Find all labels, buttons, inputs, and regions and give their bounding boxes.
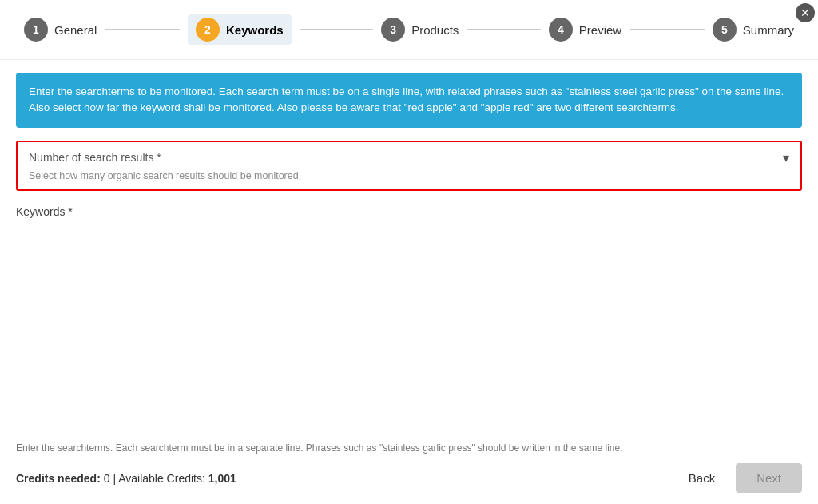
main-content: Number of search results * ▾ Select how … <box>0 141 818 393</box>
step-connector-2 <box>300 29 373 30</box>
dropdown-arrow-icon: ▾ <box>783 150 789 165</box>
search-results-dropdown[interactable]: Number of search results * ▾ Select how … <box>16 141 802 191</box>
step-5-circle: 5 <box>713 18 737 42</box>
step-3-circle: 3 <box>381 18 405 42</box>
available-credits-value: 1,001 <box>208 472 236 485</box>
dropdown-hint: Select how many organic search results s… <box>29 170 789 181</box>
step-connector-3 <box>467 29 540 30</box>
next-button[interactable]: Next <box>736 463 802 493</box>
step-2-circle: 2 <box>196 18 220 42</box>
back-button[interactable]: Back <box>676 463 728 493</box>
credits-info: Credits needed: 0 | Available Credits: 1… <box>16 472 236 485</box>
footer-buttons: Back Next <box>676 463 802 493</box>
close-button[interactable]: ✕ <box>796 3 815 22</box>
available-credits-label: Available Credits: <box>118 472 205 485</box>
close-icon: ✕ <box>800 6 810 19</box>
footer-hint: Enter the searchterms. Each searchterm m… <box>16 442 802 454</box>
step-keywords[interactable]: 2 Keywords <box>188 14 292 45</box>
step-connector-4 <box>630 29 704 30</box>
step-4-circle: 4 <box>549 18 573 42</box>
step-4-label: Preview <box>579 23 621 37</box>
info-banner: Enter the searchterms to be monitored. E… <box>16 73 802 128</box>
step-2-label: Keywords <box>226 23 284 37</box>
dropdown-label-text: Number of search results * <box>29 151 161 164</box>
info-banner-text: Enter the searchterms to be monitored. E… <box>29 85 784 113</box>
footer: Enter the searchterms. Each searchterm m… <box>0 431 818 504</box>
step-general[interactable]: 1 General <box>24 18 97 42</box>
footer-bottom: Credits needed: 0 | Available Credits: 1… <box>16 463 802 493</box>
step-summary[interactable]: 5 Summary <box>713 18 794 42</box>
step-1-label: General <box>54 23 97 37</box>
stepper: 1 General 2 Keywords 3 Products 4 Previe… <box>0 0 818 60</box>
step-3-label: Products <box>411 23 459 37</box>
dropdown-label-row: Number of search results * ▾ <box>29 150 789 165</box>
step-preview[interactable]: 4 Preview <box>549 18 622 42</box>
credits-needed-label: Credits needed: <box>16 472 101 485</box>
credits-needed-value: 0 <box>104 472 110 485</box>
step-1-circle: 1 <box>24 18 48 42</box>
step-5-label: Summary <box>743 23 794 37</box>
keywords-input[interactable] <box>16 218 802 390</box>
keywords-section-label: Keywords * <box>16 205 802 218</box>
step-connector-1 <box>105 29 179 30</box>
step-products[interactable]: 3 Products <box>381 18 459 42</box>
